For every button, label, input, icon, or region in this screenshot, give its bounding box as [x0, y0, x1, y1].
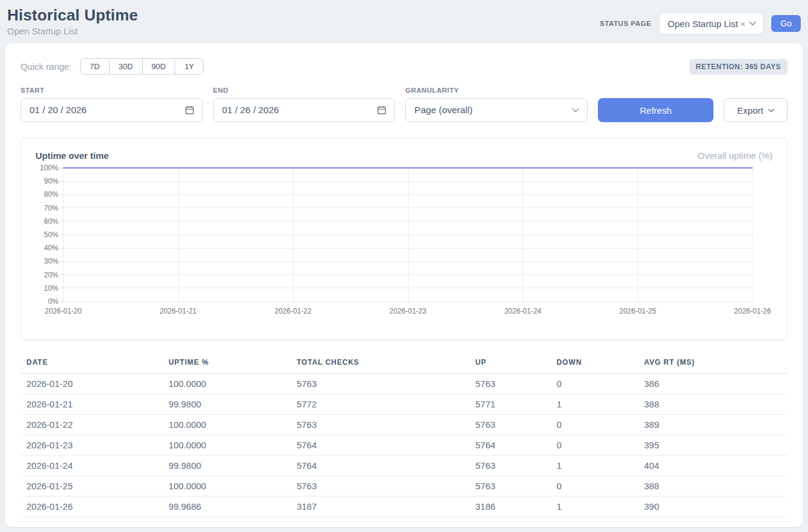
y-axis-tick: 70% [44, 204, 58, 212]
cell-down: 1 [556, 496, 644, 517]
uptime-line-series [63, 168, 753, 302]
cell-down: 0 [556, 476, 644, 496]
cell-total-checks: 5763 [297, 374, 476, 394]
x-axis-tick: 2026-01-23 [390, 307, 426, 315]
granularity-select[interactable]: Page (overall) [405, 98, 588, 122]
quick-range-row: Quick range: 7D30D90D1Y RETENTION: 365 D… [20, 58, 788, 75]
cell-date: 2026-01-23 [20, 435, 169, 456]
table-row: 2026-01-25100.0000576357630388 [20, 476, 788, 496]
y-axis-tick: 0% [48, 297, 58, 306]
cell-total-checks: 5772 [297, 394, 476, 415]
cell-avg-rt-ms: 388 [644, 394, 788, 415]
cell-uptime: 99.9686 [169, 496, 297, 517]
gridline [753, 168, 753, 302]
cell-date: 2026-01-24 [20, 456, 169, 476]
cell-up: 5763 [475, 476, 556, 496]
cell-date: 2026-01-22 [20, 415, 169, 435]
cell-uptime: 100.0000 [169, 435, 297, 456]
x-axis-tick: 2026-01-20 [45, 307, 81, 315]
chart-legend: Overall uptime (%) [698, 150, 772, 161]
column-header-date: DATE [20, 354, 169, 374]
column-header-avg-rt-ms: AVG RT (MS) [644, 354, 788, 374]
filters-row: START 01 / 20 / 2026 END 01 / 26 / 2026 … [20, 87, 788, 122]
x-axis-tick: 2026-01-21 [160, 307, 196, 315]
end-date-input[interactable]: 01 / 26 / 2026 [213, 98, 396, 122]
table-row: 2026-01-2499.9800576457631404 [20, 456, 788, 476]
cell-total-checks: 5763 [297, 415, 476, 435]
status-page-select[interactable]: Open Startup List × [659, 12, 765, 35]
granularity-value: Page (overall) [414, 105, 473, 116]
chevron-down-icon [749, 21, 756, 26]
calendar-icon[interactable] [377, 105, 387, 115]
end-date-value: 01 / 26 / 2026 [222, 105, 279, 116]
cell-uptime: 100.0000 [169, 476, 297, 496]
y-axis-tick: 80% [44, 190, 58, 199]
start-date-input[interactable]: 01 / 20 / 2026 [20, 98, 203, 122]
calendar-icon[interactable] [185, 105, 194, 115]
quick-range-7d[interactable]: 7D [80, 58, 110, 75]
uptime-chart: 100%90%80%70%60%50%40%30%20%10%0% 2026-0… [36, 168, 753, 317]
table-row: 2026-01-20100.0000576357630386 [20, 374, 788, 394]
chart-plot-wrap: 2026-01-202026-01-212026-01-222026-01-23… [63, 168, 753, 317]
quick-range-1y[interactable]: 1Y [175, 58, 204, 75]
chart-x-axis: 2026-01-202026-01-212026-01-222026-01-23… [63, 302, 753, 317]
quick-range-label: Quick range: [20, 61, 72, 72]
main-panel: Quick range: 7D30D90D1Y RETENTION: 365 D… [5, 43, 803, 527]
chart-title: Uptime over time [36, 150, 109, 161]
x-axis-tick: 2026-01-22 [275, 307, 311, 315]
cell-avg-rt-ms: 386 [644, 374, 788, 394]
end-field-group: END 01 / 26 / 2026 [213, 87, 396, 122]
export-button[interactable]: Export [724, 98, 788, 122]
export-label: Export [737, 105, 763, 116]
retention-badge: RETENTION: 365 DAYS [689, 59, 788, 75]
cell-up: 3186 [475, 496, 556, 517]
granularity-label: GRANULARITY [405, 87, 588, 94]
top-header: Historical Uptime Open Startup List STAT… [0, 0, 808, 43]
chart-y-axis: 100%90%80%70%60%50%40%30%20%10%0% [36, 168, 63, 302]
table-row: 2026-01-2199.9800577257711388 [20, 394, 788, 415]
start-field-group: START 01 / 20 / 2026 [20, 87, 203, 122]
cell-avg-rt-ms: 388 [644, 476, 788, 496]
refresh-button[interactable]: Refresh [598, 98, 713, 122]
y-axis-tick: 40% [44, 244, 58, 252]
status-page-value: Open Startup List [668, 19, 738, 29]
uptime-table-head: DATEUPTIME %TOTAL CHECKSUPDOWNAVG RT (MS… [20, 354, 788, 374]
cell-down: 0 [556, 374, 644, 394]
go-button[interactable]: Go [771, 15, 801, 32]
cell-uptime: 99.9800 [169, 456, 297, 476]
header-titles: Historical Uptime Open Startup List [7, 6, 138, 36]
quick-range-group: 7D30D90D1Y [80, 58, 204, 75]
cell-uptime: 99.9800 [169, 394, 297, 415]
y-axis-tick: 60% [44, 217, 58, 226]
cell-date: 2026-01-20 [20, 374, 169, 394]
table-row: 2026-01-23100.0000576457640395 [20, 435, 788, 456]
chevron-down-icon [768, 108, 774, 113]
cell-total-checks: 3187 [297, 496, 476, 517]
status-page-label: STATUS PAGE [600, 20, 651, 27]
quick-range-30d[interactable]: 30D [109, 58, 143, 75]
cell-down: 0 [556, 415, 644, 435]
table-row: 2026-01-22100.0000576357630389 [20, 415, 788, 435]
cell-down: 1 [556, 456, 644, 476]
cell-down: 1 [556, 394, 644, 415]
cell-up: 5771 [475, 394, 556, 415]
cell-date: 2026-01-25 [20, 476, 169, 496]
cell-avg-rt-ms: 389 [644, 415, 788, 435]
cell-up: 5763 [475, 456, 556, 476]
x-axis-tick: 2026-01-26 [734, 307, 771, 315]
end-label: END [213, 87, 396, 94]
uptime-table: DATEUPTIME %TOTAL CHECKSUPDOWNAVG RT (MS… [20, 354, 788, 517]
start-date-value: 01 / 20 / 2026 [30, 105, 87, 116]
column-header-up: UP [475, 354, 556, 374]
page-title: Historical Uptime [7, 6, 138, 25]
quick-range-90d[interactable]: 90D [142, 58, 176, 75]
clear-icon[interactable]: × [741, 19, 746, 29]
y-axis-tick: 50% [44, 230, 58, 239]
y-axis-tick: 90% [44, 177, 58, 185]
x-axis-tick: 2026-01-25 [619, 307, 656, 315]
cell-up: 5764 [475, 435, 556, 456]
cell-avg-rt-ms: 390 [644, 496, 788, 517]
chevron-down-icon [572, 108, 579, 113]
cell-total-checks: 5764 [297, 456, 476, 476]
table-row: 2026-01-2699.9686318731861390 [20, 496, 788, 517]
